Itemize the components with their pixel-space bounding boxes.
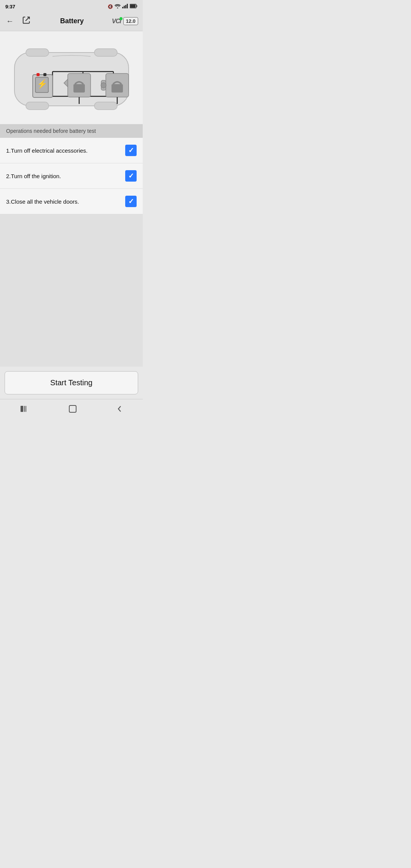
status-bar: 9:37 🔇 [0,0,143,11]
svg-rect-20 [37,73,40,76]
svg-rect-1 [122,7,123,8]
svg-point-31 [101,83,106,88]
svg-rect-12 [26,102,49,110]
svg-rect-25 [73,84,85,93]
start-testing-button[interactable]: Start Testing [5,371,138,394]
checklist-label-2: 2.Turn off the ignition. [6,173,125,179]
checkbox-3[interactable] [125,196,137,207]
wifi-icon [115,4,121,9]
svg-rect-11 [94,49,117,56]
checklist-label-3: 3.Close all the vehicle doors. [6,198,125,205]
svg-rect-3 [125,5,126,8]
svg-rect-6 [137,5,137,7]
svg-rect-33 [21,406,23,412]
page-title: Battery [60,17,84,25]
battery-icon [130,4,137,9]
back-button[interactable]: ← [5,15,15,27]
svg-rect-35 [25,406,26,412]
svg-rect-13 [94,102,117,110]
svg-rect-29 [112,84,123,93]
checklist: 1.Turn off electrical accessories. 2.Tur… [0,138,143,214]
voltage-badge: 12.0 [123,17,138,25]
mute-icon: 🔇 [108,4,113,9]
bottom-nav [0,399,143,422]
svg-rect-4 [127,4,128,8]
svg-rect-36 [69,405,76,412]
nav-menu-icon[interactable] [12,404,37,416]
svg-rect-10 [26,49,49,56]
checklist-item-3: 3.Close all the vehicle doors. [0,189,143,214]
operations-header: Operations needed before battery test [0,124,143,138]
nav-back-icon[interactable] [109,403,131,417]
vci-connected-dot [119,17,123,20]
operations-header-text: Operations needed before battery test [6,128,96,134]
svg-rect-34 [24,406,25,412]
checkbox-1[interactable] [125,145,137,156]
app-bar-right: VCI 12.0 [112,17,138,25]
app-bar-left: ← [5,14,32,28]
nav-home-icon[interactable] [61,403,84,417]
signal-icon [122,4,128,9]
vci-badge: VCI [112,18,121,25]
checkbox-2[interactable] [125,170,137,182]
svg-point-0 [117,8,118,9]
svg-rect-21 [43,73,46,76]
svg-line-8 [25,17,29,21]
checklist-item-2: 2.Turn off the ignition. [0,163,143,189]
car-diagram: ⚡ [7,37,136,121]
status-icons: 🔇 [108,4,137,9]
status-time: 9:37 [5,4,15,10]
checklist-item-1: 1.Turn off electrical accessories. [0,138,143,163]
car-diagram-container: ⚡ [0,31,143,124]
checklist-label-1: 1.Turn off electrical accessories. [6,147,125,154]
svg-text:⚡: ⚡ [37,79,47,89]
svg-rect-7 [130,5,135,8]
voltage-value: 12.0 [126,18,135,24]
svg-rect-2 [124,6,125,8]
empty-area [0,214,143,367]
export-button[interactable] [21,14,32,28]
app-bar: ← Battery VCI 12.0 [0,11,143,31]
